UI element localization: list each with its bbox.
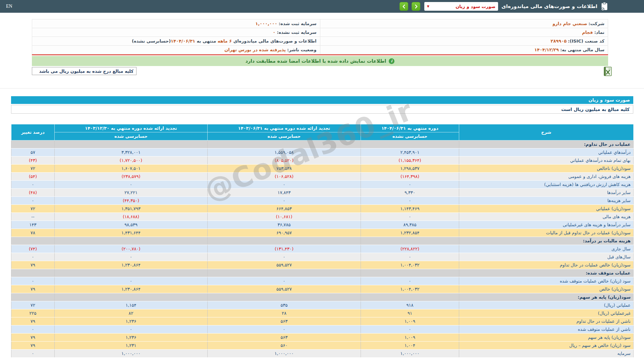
info-row: نماد: فجام سرمایه ثبت نشده: ۰ (32, 28, 608, 37)
chevron-right-icon (414, 4, 418, 9)
value-cell: (۴۸) (11, 189, 55, 197)
row-label: سایر درآمدها و هزینه های غیرعملیاتی (459, 221, 634, 229)
value-cell: ۰ (361, 277, 459, 285)
row-label: سود(زيان) خالص عملیات در حال تداوم (459, 261, 634, 269)
row-label: سود(زيان) پایه هر سهم (459, 334, 634, 342)
value-cell: ۰ (11, 253, 55, 261)
company-info-table: شرکت: صنعتي جام دارو سرمایه ثبت شده: ۱,۰… (32, 19, 608, 54)
statement-row: سایر درآمدها و هزینه های غیرعملیاتی۸۹,۳۸… (11, 221, 634, 229)
section-divider (0, 88, 644, 88)
value-cell: (۴۴,۳۵۰) (55, 197, 208, 205)
row-label: سال جاری (459, 245, 634, 253)
statement-row: بهای تمام شده درآمدهاي عملياتي(۱,۱۵۵,۳۶۴… (11, 157, 634, 165)
header-prev-half-audit: حسابرسی شده (208, 132, 361, 140)
value-cell: ۶۹۰,۹۵۷ (208, 229, 361, 237)
value-cell: ۰ (11, 350, 55, 358)
statement-row: عملياتي (ريال)۹۱۸۵۳۵۱,۱۵۴۷۲ (11, 301, 634, 309)
value-cell: ۰ (11, 325, 55, 334)
value-cell: (۴۳) (11, 157, 55, 165)
amounts-unit-note-box: کلیه مبالغ درج شده به میلیون ریال می باش… (32, 67, 137, 75)
excel-export-icon[interactable] (603, 66, 613, 76)
value-cell: ۰ (11, 181, 55, 189)
topbar: اطلاعات و صورت‌های مالی میاندوره‌ای صورت… (0, 0, 644, 13)
value-cell: (۱۳۱,۴۳۰) (208, 245, 361, 253)
value-cell: ۵۷ (11, 148, 55, 157)
value-cell: ۵۶۳ (208, 334, 361, 342)
statement-row: سود (زیان) خالص عملیات متوقف شده۰۰۰۰ (11, 277, 634, 285)
value-cell: ۷۹ (11, 342, 55, 350)
row-label: هزينه ماليات بر درآمد: (459, 237, 634, 245)
value-cell (11, 293, 55, 301)
row-label: بهای تمام شده درآمدهاي عملياتي (459, 157, 634, 165)
value-cell: ۲,۴۵۳,۹۰۱ (361, 148, 459, 157)
value-cell: (۲۰۰,۷۸۰) (55, 245, 208, 253)
statement-row: سود(زيان) خالص عملیات در حال تداوم۱,۰۰۴,… (11, 261, 634, 269)
value-cell: ۸۲ (55, 309, 208, 317)
statement-row: سود (زیان) خالص هر سهم – ریال۱,۰۰۴۵۶۰۱,۲… (11, 342, 634, 350)
value-cell (55, 269, 208, 277)
value-cell: ۰ (361, 197, 459, 205)
value-cell: ۱۷,۸۴۳ (208, 189, 361, 197)
value-cell: ۱,۲۹۸,۵۳۷ (361, 165, 459, 173)
value-cell: ۵۵۹,۵۲۷ (208, 285, 361, 293)
value-cell: ۳,۳۲۸,۰۰۱ (55, 148, 208, 157)
header-desc: شرح (459, 124, 634, 140)
value-cell (361, 293, 459, 301)
statement-row: هزینه کاهش ارزش دریافتني ها (هزینه استثن… (11, 181, 634, 189)
codal-report-page: اطلاعات و صورت‌های مالی میاندوره‌ای صورت… (0, 0, 644, 362)
statement-row: هزینه های مالی۰(۱۰,۶۸۱)(۱۸,۶۸۸)-- (11, 213, 634, 221)
nav-forward-button[interactable] (412, 2, 420, 11)
signature-match-text: اطلاعات نمایش داده شده با اطلاعات امضا ش… (246, 58, 386, 64)
value-cell: ۵۳۵ (208, 301, 361, 309)
value-cell (11, 237, 55, 245)
statement-row: ناشي از عملیات در حال تداوم۱,۰۰۹۵۶۳۱,۲۳۶… (11, 317, 634, 325)
row-label: ناشي از عملیات در حال تداوم (459, 317, 634, 325)
value-cell: ۱,۴۳۱,۶۴۴ (55, 229, 208, 237)
section-header-row: عملیات متوقف شده: (11, 269, 634, 277)
value-cell: ۰ (361, 325, 459, 334)
row-label: هزینه های فروش، اداری و عمومی (459, 173, 634, 181)
value-cell: ۱,۱۴۳,۴۶۹ (361, 205, 459, 213)
statement-row: سود(زيان) ناخالص۱,۲۹۸,۵۳۷۷۵۳,۵۳۸۱,۶۰۷,۵۰… (11, 165, 634, 173)
statement-unit-note: کلیه مبالغ به میلیون ریال است (11, 105, 633, 114)
section-header-row: عملیات در حال تداوم: (11, 140, 634, 148)
info-cell-symbol: نماد: فجام (320, 28, 608, 37)
value-cell: ۹۱ (361, 309, 459, 317)
info-cell-fiscal-year: سال مالی منتهی به: ۱۴۰۴/۱۲/۲۹ (320, 46, 608, 54)
value-cell: (۵۴) (11, 173, 55, 181)
statement-row: سود(زيان) عملياتي۱,۱۴۳,۴۶۹۶۶۴,۸۵۳۱,۳۵۱,۷… (11, 205, 634, 213)
header-prev-year-audit: حسابرسی شده (55, 132, 208, 140)
value-cell: (۲۳۸,۵۷۹) (55, 173, 208, 181)
value-cell: ۸۹,۳۸۵ (361, 221, 459, 229)
value-cell: ۰ (361, 181, 459, 189)
row-label: سود(زيان) عملياتي (459, 205, 634, 213)
value-cell (208, 237, 361, 245)
value-cell: ۰ (208, 197, 361, 205)
value-cell: ۹۸,۵۳۹ (55, 221, 208, 229)
value-cell: ۷۲ (11, 165, 55, 173)
value-cell: ۱,۲۳۶ (55, 317, 208, 325)
value-cell (361, 269, 459, 277)
info-row: سال مالی منتهی به: ۱۴۰۴/۱۲/۲۹ وضعیت ناشر… (32, 46, 608, 54)
statement-row: سایر هزینه‌ها۰۰(۴۴,۳۵۰)۰ (11, 197, 634, 205)
value-cell: (۲۲۸,۸۲۲) (361, 245, 459, 253)
value-cell: ۰ (361, 253, 459, 261)
value-cell: ۰ (11, 197, 55, 205)
language-toggle-en[interactable]: EN (6, 4, 12, 9)
statement-row: هزینه های فروش، اداری و عمومی(۱۶۴,۳۹۸)(۱… (11, 173, 634, 181)
statement-type-dropdown[interactable]: صورت سود و زیان ▼ (424, 2, 498, 11)
value-cell: ۰ (55, 253, 208, 261)
value-cell: ۷۸ (11, 229, 55, 237)
value-cell: (۸۰۵,۵۲۰) (208, 157, 361, 165)
value-cell: ۲۸ (208, 309, 361, 317)
nav-back-button[interactable] (399, 2, 408, 11)
value-cell: ۰ (55, 181, 208, 189)
statement-row: سرمایه۱,۰۰۰,۰۰۰۱,۰۰۰,۰۰۰۱,۰۰۰,۰۰۰۰ (11, 350, 634, 358)
value-cell: ۱,۵۵۹,۰۵۸ (208, 148, 361, 157)
statement-row: غیرعملیاتي (ریال)۹۱۲۸۸۲۲۲۵ (11, 309, 634, 317)
section-header-row: هزينه ماليات بر درآمد: (11, 237, 634, 245)
info-cell-company: شرکت: صنعتي جام دارو (320, 19, 608, 28)
statement-row: درآمدهاي عملياتي۲,۴۵۳,۹۰۱۱,۵۵۹,۰۵۸۳,۳۲۸,… (11, 148, 634, 157)
income-statement-table: شرح دوره منتهي به ۱۴۰۴/۰۶/۳۱ تجدید ارائه… (11, 124, 634, 358)
value-cell: ۱,۰۰۴ (361, 342, 459, 350)
